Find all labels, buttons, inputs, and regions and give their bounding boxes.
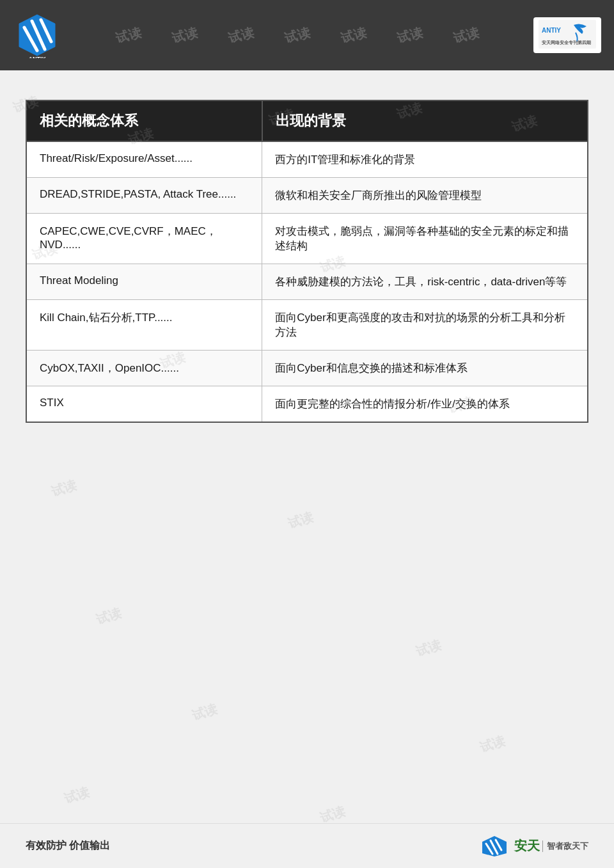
table-cell-right-3: 各种威胁建模的方法论，工具，risk-centric，data-driven等等	[262, 264, 588, 300]
table-row: CybOX,TAXII，OpenIOC......面向Cyber和信息交换的描述…	[26, 351, 588, 386]
table-row: STIX面向更完整的综合性的情报分析/作业/交换的体系	[26, 386, 588, 423]
brand-logo-box: ANTIY 安天网络安全专刊第四期	[533, 17, 601, 53]
header-watermark-3: 试读	[226, 27, 256, 44]
wm-16: 试读	[62, 783, 91, 807]
header-brand: ANTIY 安天网络安全专刊第四期	[532, 13, 602, 58]
svg-text:ANTIY: ANTIY	[29, 56, 46, 58]
svg-text:ANTIY: ANTIY	[542, 27, 561, 34]
header-watermark-5: 试读	[339, 27, 368, 44]
svg-text:安天网络安全专刊第四期: 安天网络安全专刊第四期	[541, 40, 591, 45]
header-watermark-7: 试读	[452, 27, 481, 44]
header-watermark-6: 试读	[395, 27, 425, 44]
brand-image: ANTIY 安天网络安全专刊第四期	[539, 20, 596, 49]
table-row: Kill Chain,钻石分析,TTP......面向Cyber和更高强度的攻击…	[26, 300, 588, 351]
table-cell-left-6: STIX	[26, 386, 262, 423]
header-watermark-4: 试读	[283, 27, 312, 44]
table-row: Threat/Risk/Exposure/Asset......西方的IT管理和…	[26, 141, 588, 178]
footer-brand-suffix: 智者敌天下	[542, 840, 588, 852]
header-watermark-1: 试读	[114, 27, 143, 44]
wm-11: 试读	[286, 508, 315, 532]
table-cell-left-2: CAPEC,CWE,CVE,CVRF，MAEC，NVD......	[26, 214, 262, 264]
table-cell-right-5: 面向Cyber和信息交换的描述和标准体系	[262, 351, 588, 386]
footer-brand-text: 安天 智者敌天下	[514, 837, 588, 855]
antiy-logo-icon: ANTIY	[14, 12, 60, 58]
table-row: Threat Modeling各种威胁建模的方法论，工具，risk-centri…	[26, 264, 588, 300]
header: ANTIY 试读 试读 试读 试读 试读 试读 试读 ANTIY 安天网络安全专…	[0, 0, 614, 70]
wm-13: 试读	[414, 636, 443, 660]
table-cell-left-0: Threat/Risk/Exposure/Asset......	[26, 141, 262, 178]
col2-header: 出现的背景	[262, 100, 588, 141]
table-cell-left-4: Kill Chain,钻石分析,TTP......	[26, 300, 262, 351]
wm-15: 试读	[478, 732, 507, 756]
wm-14: 试读	[190, 700, 219, 724]
col1-header: 相关的概念体系	[26, 100, 262, 141]
table-cell-left-3: Threat Modeling	[26, 264, 262, 300]
wm-10: 试读	[49, 476, 79, 500]
table-row: CAPEC,CWE,CVE,CVRF，MAEC，NVD......对攻击模式，脆…	[26, 214, 588, 264]
table-cell-right-6: 面向更完整的综合性的情报分析/作业/交换的体系	[262, 386, 588, 423]
table-cell-left-1: DREAD,STRIDE,PASTA, Attack Tree......	[26, 178, 262, 214]
footer-logo: 安天 智者敌天下	[478, 835, 588, 858]
main-content: 相关的概念体系 出现的背景 Threat/Risk/Exposure/Asset…	[0, 70, 614, 448]
header-watermarks: 试读 试读 试读 试读 试读 试读 试读	[63, 27, 532, 44]
table-cell-right-2: 对攻击模式，脆弱点，漏洞等各种基础的安全元素的标定和描述结构	[262, 214, 588, 264]
header-watermark-2: 试读	[170, 27, 200, 44]
footer-antiy-icon	[478, 835, 510, 858]
table-cell-right-4: 面向Cyber和更高强度的攻击和对抗的场景的分析工具和分析方法	[262, 300, 588, 351]
footer-slogan: 有效防护 价值输出	[26, 839, 110, 853]
footer: 有效防护 价值输出 安天 智者敌天下	[0, 823, 614, 868]
table-cell-left-5: CybOX,TAXII，OpenIOC......	[26, 351, 262, 386]
content-table: 相关的概念体系 出现的背景 Threat/Risk/Exposure/Asset…	[26, 100, 588, 423]
wm-12: 试读	[94, 604, 123, 628]
table-cell-right-1: 微软和相关安全厂商所推出的风险管理模型	[262, 178, 588, 214]
header-logo: ANTIY	[12, 10, 63, 61]
footer-brand-name: 安天	[514, 837, 540, 855]
table-cell-right-0: 西方的IT管理和标准化的背景	[262, 141, 588, 178]
table-row: DREAD,STRIDE,PASTA, Attack Tree......微软和…	[26, 178, 588, 214]
